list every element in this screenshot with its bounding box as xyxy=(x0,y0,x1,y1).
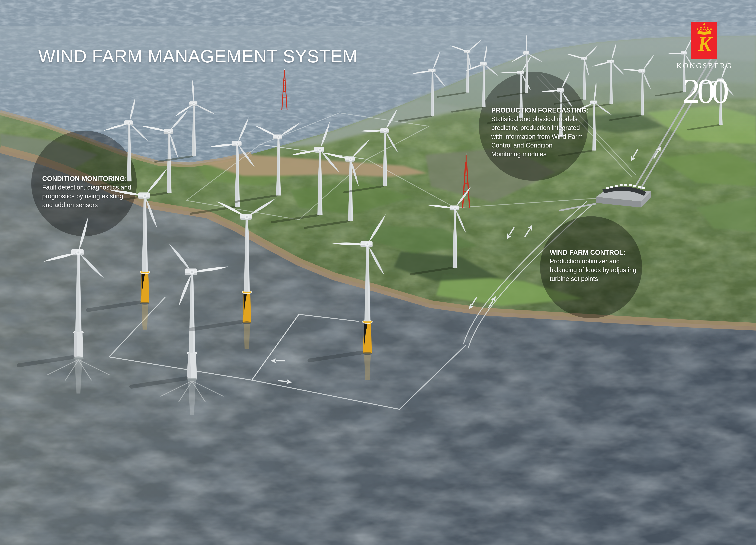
anniversary-200-logo: 200 xyxy=(674,73,734,109)
callout-wind-farm-control-heading: WIND FARM CONTROL: xyxy=(550,248,648,257)
callout-condition-monitoring-body: Fault detection, diagnostics and prognos… xyxy=(42,183,141,209)
callout-production-forecasting-heading: PRODUCTION FORECASTING: xyxy=(491,106,590,115)
emblem-letter-k: K xyxy=(698,33,713,56)
callout-production-forecasting-body: Statistical and physical models predicti… xyxy=(491,115,590,159)
kongsberg-crown-k-emblem: K xyxy=(691,22,717,59)
page-title: WIND FARM MANAGEMENT SYSTEM xyxy=(38,46,358,67)
kongsberg-flag-icon: K xyxy=(691,22,717,59)
callout-condition-monitoring: CONDITION MONITORING: Fault detection, d… xyxy=(42,174,141,209)
infographic-canvas: WIND FARM MANAGEMENT SYSTEM CONDITION MO… xyxy=(0,0,756,545)
callout-wind-farm-control-body: Production optimizer and balancing of lo… xyxy=(550,257,648,283)
callout-production-forecasting: PRODUCTION FORECASTING: Statistical and … xyxy=(491,106,590,159)
callout-wind-farm-control: WIND FARM CONTROL: Production optimizer … xyxy=(550,248,648,283)
callout-condition-monitoring-heading: CONDITION MONITORING: xyxy=(42,174,141,183)
kongsberg-wordmark: KONGSBERG xyxy=(673,62,736,70)
